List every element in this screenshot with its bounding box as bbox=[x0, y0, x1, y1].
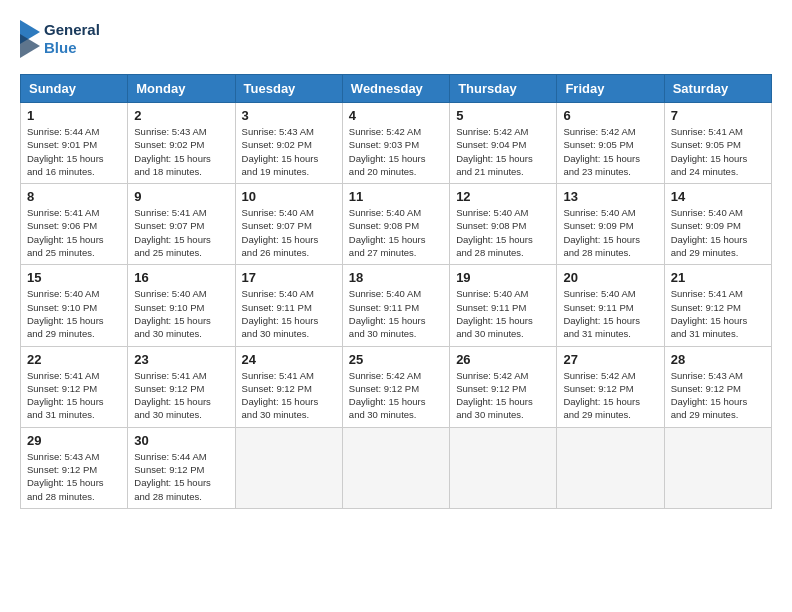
day-info: Sunrise: 5:41 AM Sunset: 9:07 PM Dayligh… bbox=[134, 206, 228, 259]
calendar-cell: 6 Sunrise: 5:42 AM Sunset: 9:05 PM Dayli… bbox=[557, 103, 664, 184]
day-info: Sunrise: 5:41 AM Sunset: 9:12 PM Dayligh… bbox=[27, 369, 121, 422]
day-number: 25 bbox=[349, 352, 443, 367]
day-number: 6 bbox=[563, 108, 657, 123]
day-info: Sunrise: 5:41 AM Sunset: 9:12 PM Dayligh… bbox=[134, 369, 228, 422]
day-info: Sunrise: 5:42 AM Sunset: 9:12 PM Dayligh… bbox=[456, 369, 550, 422]
calendar-cell: 18 Sunrise: 5:40 AM Sunset: 9:11 PM Dayl… bbox=[342, 265, 449, 346]
day-info: Sunrise: 5:41 AM Sunset: 9:05 PM Dayligh… bbox=[671, 125, 765, 178]
day-info: Sunrise: 5:40 AM Sunset: 9:10 PM Dayligh… bbox=[27, 287, 121, 340]
calendar-week-row: 8 Sunrise: 5:41 AM Sunset: 9:06 PM Dayli… bbox=[21, 184, 772, 265]
calendar-cell bbox=[664, 427, 771, 508]
day-number: 4 bbox=[349, 108, 443, 123]
day-number: 18 bbox=[349, 270, 443, 285]
day-number: 14 bbox=[671, 189, 765, 204]
calendar-cell: 12 Sunrise: 5:40 AM Sunset: 9:08 PM Dayl… bbox=[450, 184, 557, 265]
weekday-header-monday: Monday bbox=[128, 75, 235, 103]
day-info: Sunrise: 5:41 AM Sunset: 9:12 PM Dayligh… bbox=[242, 369, 336, 422]
day-number: 17 bbox=[242, 270, 336, 285]
day-number: 22 bbox=[27, 352, 121, 367]
calendar-cell: 4 Sunrise: 5:42 AM Sunset: 9:03 PM Dayli… bbox=[342, 103, 449, 184]
calendar-cell bbox=[235, 427, 342, 508]
calendar-cell bbox=[557, 427, 664, 508]
day-number: 3 bbox=[242, 108, 336, 123]
day-info: Sunrise: 5:43 AM Sunset: 9:02 PM Dayligh… bbox=[242, 125, 336, 178]
day-info: Sunrise: 5:42 AM Sunset: 9:12 PM Dayligh… bbox=[349, 369, 443, 422]
weekday-header-sunday: Sunday bbox=[21, 75, 128, 103]
weekday-header-thursday: Thursday bbox=[450, 75, 557, 103]
day-number: 29 bbox=[27, 433, 121, 448]
calendar-cell: 1 Sunrise: 5:44 AM Sunset: 9:01 PM Dayli… bbox=[21, 103, 128, 184]
day-number: 16 bbox=[134, 270, 228, 285]
day-info: Sunrise: 5:41 AM Sunset: 9:06 PM Dayligh… bbox=[27, 206, 121, 259]
day-info: Sunrise: 5:42 AM Sunset: 9:04 PM Dayligh… bbox=[456, 125, 550, 178]
calendar-cell: 10 Sunrise: 5:40 AM Sunset: 9:07 PM Dayl… bbox=[235, 184, 342, 265]
day-number: 7 bbox=[671, 108, 765, 123]
weekday-header-saturday: Saturday bbox=[664, 75, 771, 103]
calendar-cell: 19 Sunrise: 5:40 AM Sunset: 9:11 PM Dayl… bbox=[450, 265, 557, 346]
day-number: 27 bbox=[563, 352, 657, 367]
logo: General Blue bbox=[20, 20, 100, 58]
day-number: 13 bbox=[563, 189, 657, 204]
day-number: 9 bbox=[134, 189, 228, 204]
day-number: 26 bbox=[456, 352, 550, 367]
day-info: Sunrise: 5:40 AM Sunset: 9:11 PM Dayligh… bbox=[563, 287, 657, 340]
day-info: Sunrise: 5:40 AM Sunset: 9:11 PM Dayligh… bbox=[456, 287, 550, 340]
calendar-cell: 3 Sunrise: 5:43 AM Sunset: 9:02 PM Dayli… bbox=[235, 103, 342, 184]
day-number: 5 bbox=[456, 108, 550, 123]
calendar-cell: 14 Sunrise: 5:40 AM Sunset: 9:09 PM Dayl… bbox=[664, 184, 771, 265]
day-number: 20 bbox=[563, 270, 657, 285]
day-info: Sunrise: 5:43 AM Sunset: 9:12 PM Dayligh… bbox=[27, 450, 121, 503]
day-number: 10 bbox=[242, 189, 336, 204]
day-info: Sunrise: 5:42 AM Sunset: 9:05 PM Dayligh… bbox=[563, 125, 657, 178]
day-info: Sunrise: 5:40 AM Sunset: 9:10 PM Dayligh… bbox=[134, 287, 228, 340]
calendar-header-row: SundayMondayTuesdayWednesdayThursdayFrid… bbox=[21, 75, 772, 103]
calendar-cell: 22 Sunrise: 5:41 AM Sunset: 9:12 PM Dayl… bbox=[21, 346, 128, 427]
day-info: Sunrise: 5:43 AM Sunset: 9:02 PM Dayligh… bbox=[134, 125, 228, 178]
day-info: Sunrise: 5:42 AM Sunset: 9:03 PM Dayligh… bbox=[349, 125, 443, 178]
calendar-cell: 2 Sunrise: 5:43 AM Sunset: 9:02 PM Dayli… bbox=[128, 103, 235, 184]
day-info: Sunrise: 5:40 AM Sunset: 9:07 PM Dayligh… bbox=[242, 206, 336, 259]
calendar-week-row: 15 Sunrise: 5:40 AM Sunset: 9:10 PM Dayl… bbox=[21, 265, 772, 346]
calendar-cell: 9 Sunrise: 5:41 AM Sunset: 9:07 PM Dayli… bbox=[128, 184, 235, 265]
day-number: 19 bbox=[456, 270, 550, 285]
day-info: Sunrise: 5:44 AM Sunset: 9:01 PM Dayligh… bbox=[27, 125, 121, 178]
calendar-cell: 17 Sunrise: 5:40 AM Sunset: 9:11 PM Dayl… bbox=[235, 265, 342, 346]
calendar-cell: 8 Sunrise: 5:41 AM Sunset: 9:06 PM Dayli… bbox=[21, 184, 128, 265]
day-info: Sunrise: 5:42 AM Sunset: 9:12 PM Dayligh… bbox=[563, 369, 657, 422]
weekday-header-friday: Friday bbox=[557, 75, 664, 103]
calendar-cell: 27 Sunrise: 5:42 AM Sunset: 9:12 PM Dayl… bbox=[557, 346, 664, 427]
day-number: 24 bbox=[242, 352, 336, 367]
calendar-table: SundayMondayTuesdayWednesdayThursdayFrid… bbox=[20, 74, 772, 509]
day-number: 21 bbox=[671, 270, 765, 285]
day-info: Sunrise: 5:40 AM Sunset: 9:09 PM Dayligh… bbox=[671, 206, 765, 259]
day-number: 2 bbox=[134, 108, 228, 123]
day-number: 8 bbox=[27, 189, 121, 204]
calendar-week-row: 1 Sunrise: 5:44 AM Sunset: 9:01 PM Dayli… bbox=[21, 103, 772, 184]
day-info: Sunrise: 5:44 AM Sunset: 9:12 PM Dayligh… bbox=[134, 450, 228, 503]
calendar-cell: 30 Sunrise: 5:44 AM Sunset: 9:12 PM Dayl… bbox=[128, 427, 235, 508]
day-number: 28 bbox=[671, 352, 765, 367]
calendar-cell: 21 Sunrise: 5:41 AM Sunset: 9:12 PM Dayl… bbox=[664, 265, 771, 346]
calendar-cell: 26 Sunrise: 5:42 AM Sunset: 9:12 PM Dayl… bbox=[450, 346, 557, 427]
day-number: 30 bbox=[134, 433, 228, 448]
calendar-cell: 29 Sunrise: 5:43 AM Sunset: 9:12 PM Dayl… bbox=[21, 427, 128, 508]
logo-general: General bbox=[44, 21, 100, 39]
calendar-cell: 7 Sunrise: 5:41 AM Sunset: 9:05 PM Dayli… bbox=[664, 103, 771, 184]
day-number: 12 bbox=[456, 189, 550, 204]
logo-blue: Blue bbox=[44, 39, 100, 57]
calendar-cell: 24 Sunrise: 5:41 AM Sunset: 9:12 PM Dayl… bbox=[235, 346, 342, 427]
calendar-cell: 25 Sunrise: 5:42 AM Sunset: 9:12 PM Dayl… bbox=[342, 346, 449, 427]
day-number: 11 bbox=[349, 189, 443, 204]
day-info: Sunrise: 5:40 AM Sunset: 9:08 PM Dayligh… bbox=[349, 206, 443, 259]
calendar-cell: 28 Sunrise: 5:43 AM Sunset: 9:12 PM Dayl… bbox=[664, 346, 771, 427]
calendar-cell: 13 Sunrise: 5:40 AM Sunset: 9:09 PM Dayl… bbox=[557, 184, 664, 265]
day-info: Sunrise: 5:40 AM Sunset: 9:11 PM Dayligh… bbox=[242, 287, 336, 340]
calendar-cell: 5 Sunrise: 5:42 AM Sunset: 9:04 PM Dayli… bbox=[450, 103, 557, 184]
day-info: Sunrise: 5:40 AM Sunset: 9:11 PM Dayligh… bbox=[349, 287, 443, 340]
logo-triangle-icon bbox=[20, 20, 40, 58]
day-info: Sunrise: 5:40 AM Sunset: 9:09 PM Dayligh… bbox=[563, 206, 657, 259]
weekday-header-wednesday: Wednesday bbox=[342, 75, 449, 103]
day-number: 23 bbox=[134, 352, 228, 367]
calendar-cell: 23 Sunrise: 5:41 AM Sunset: 9:12 PM Dayl… bbox=[128, 346, 235, 427]
day-info: Sunrise: 5:40 AM Sunset: 9:08 PM Dayligh… bbox=[456, 206, 550, 259]
